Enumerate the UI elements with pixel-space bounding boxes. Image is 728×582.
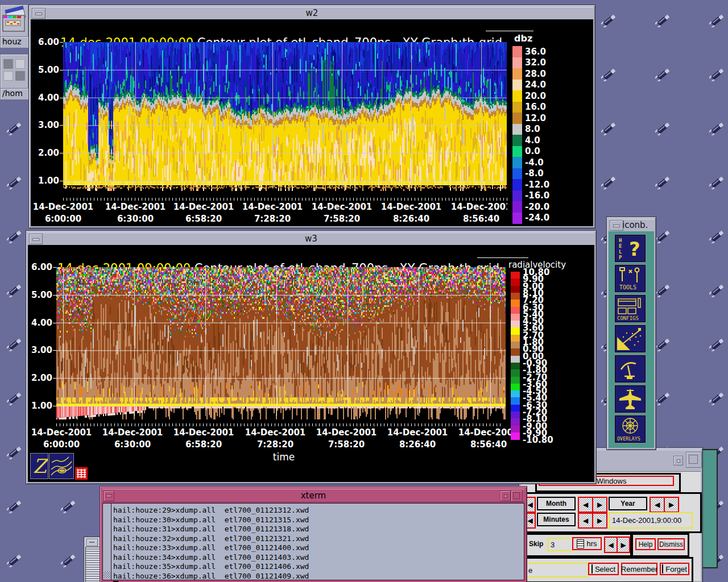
- colorbar-swatch: [511, 356, 520, 363]
- y-axis-label: 4.00: [34, 93, 59, 103]
- menu-list-icon: [577, 539, 584, 548]
- configs-tool-button[interactable]: CONFIGS: [615, 295, 646, 322]
- x-axis-time-label: 7:58:20: [316, 214, 367, 224]
- background-window-edge[interactable]: [702, 449, 718, 568]
- grid-glyph: [75, 467, 88, 480]
- window-grid-icon: [1, 55, 28, 90]
- radar-scope-icon: OVERLAYS: [615, 416, 645, 442]
- w3-legend-line: [477, 257, 528, 258]
- x-axis-labels: 14-Dec-20016:00:0014-Dec-20016:30:0014-D…: [31, 202, 507, 226]
- colorbar-swatch: [512, 190, 522, 202]
- screw-pattern-icon: [601, 120, 618, 135]
- x-axis-time-label: 7:28:20: [247, 214, 298, 224]
- iconbar-window[interactable]: iconb. ? HELP TOOLS: [606, 217, 656, 450]
- x-axis-date-label: 14-Dec-2001: [171, 427, 236, 438]
- dash-icon: [89, 542, 94, 543]
- skip-forward-button[interactable]: ▶: [617, 537, 630, 553]
- w3-contour-plot[interactable]: [56, 267, 506, 419]
- minutes-forward-button[interactable]: ▶: [592, 513, 607, 529]
- xterm-menu-button[interactable]: [500, 490, 511, 501]
- zoom-z-icon[interactable]: Z: [30, 453, 48, 479]
- overlays-tool-button[interactable]: OVERLAYS: [615, 415, 646, 443]
- iconbar-body: ? HELP TOOLS CONFIGS: [609, 231, 654, 448]
- colorbar-swatch: [512, 201, 522, 213]
- xterm-body[interactable]: hail:houze:29>xdump.all etl700_01121312.…: [102, 503, 524, 580]
- forget-button[interactable]: Forget: [660, 563, 689, 575]
- contour-tool-icon[interactable]: [49, 453, 74, 479]
- y-axis-label: 2.00: [28, 373, 52, 383]
- dismiss-button[interactable]: Dismiss: [657, 538, 685, 550]
- month-forward-button[interactable]: ▶: [592, 497, 607, 513]
- antenna-tool-button[interactable]: [615, 355, 646, 383]
- screw-pattern-icon: [7, 336, 24, 351]
- window-w3[interactable]: w3 14-dec-2001,09:00:00 Contour plot of …: [26, 230, 597, 484]
- x-tick-row: [56, 423, 502, 426]
- w3-titlebar[interactable]: w3: [28, 232, 594, 246]
- x-axis-time-label: 6:30:00: [107, 439, 158, 450]
- w2-titlebar[interactable]: w2: [31, 7, 593, 20]
- screw-pattern-icon: [655, 390, 672, 405]
- screw-pattern-icon: [61, 498, 78, 513]
- select-group: e Select Remember Forget: [522, 557, 693, 582]
- beam-tool-button[interactable]: [615, 325, 646, 352]
- dialog-menu-button[interactable]: [673, 456, 683, 465]
- skip-units-button[interactable]: hrs: [572, 537, 602, 550]
- iconbar-titlebar[interactable]: iconb.: [609, 219, 654, 232]
- xterm-titlebar[interactable]: xterm: [102, 489, 524, 502]
- help-button[interactable]: Help: [635, 538, 656, 550]
- xterm-scrollbar[interactable]: [103, 504, 111, 580]
- colorbar-label: -4.0: [525, 157, 557, 168]
- dot-icon: [677, 459, 680, 463]
- help-letter: E: [619, 243, 622, 249]
- iconbar-minimize-button[interactable]: [610, 220, 623, 231]
- skip-value-field[interactable]: 3: [547, 538, 573, 551]
- w2-contour-plot[interactable]: [63, 42, 507, 191]
- x-axis-time-label: 6:00:00: [38, 214, 89, 224]
- y-tick: [53, 406, 56, 406]
- grid-tool-icon[interactable]: [75, 467, 88, 480]
- y-tick: [60, 181, 63, 181]
- remember-button[interactable]: Remember: [621, 563, 657, 575]
- window-w2[interactable]: w2 14-dec-2001,09:00:00 Contour plot of …: [28, 5, 595, 228]
- screw-pattern-icon: [655, 174, 672, 189]
- colorbar-swatch: [511, 348, 520, 356]
- help-icon: ? HELP: [615, 235, 645, 261]
- datetime-field[interactable]: 14-Dec-2001,9:00:00: [609, 512, 693, 529]
- tools-tool-button[interactable]: TOOLS: [615, 265, 646, 292]
- desktop-icon-label[interactable]: houz: [0, 36, 30, 48]
- folder-cabinet-icon: [1, 5, 28, 38]
- colorbar-swatch: [511, 327, 520, 335]
- x-axis-date-label: 14-Dec-2001: [171, 202, 236, 212]
- screw-pattern-icon: [655, 13, 672, 27]
- minutes-back-button[interactable]: ◀: [578, 513, 593, 529]
- dialog-maximize-button[interactable]: [686, 452, 702, 468]
- month-back-button[interactable]: ◀: [578, 497, 593, 513]
- svg-text:?: ?: [629, 238, 640, 260]
- screw-pattern-icon: [709, 120, 726, 135]
- x-axis-time-label: 6:00:00: [36, 439, 87, 450]
- colorbar-label: 8.0: [525, 124, 557, 134]
- file-field[interactable]: e: [525, 563, 589, 577]
- minutes-button[interactable]: Minutes: [537, 513, 576, 526]
- xterm-maximize-button[interactable]: [511, 490, 523, 502]
- screw-pattern-icon: [7, 552, 24, 567]
- skip-back-button[interactable]: ◀: [604, 537, 618, 553]
- y-tick: [53, 267, 56, 268]
- y-tick: [60, 98, 63, 98]
- select-button[interactable]: Select: [588, 563, 619, 575]
- xterm-text[interactable]: hail:houze:29>xdump.all etl700_01121312.…: [113, 506, 523, 582]
- tools-icon: TOOLS: [615, 265, 645, 292]
- xterm-window[interactable]: xterm hail:houze:29>xdump.all etl700_011…: [100, 486, 527, 582]
- help-letter: H: [619, 238, 622, 243]
- year-button[interactable]: Year: [609, 497, 647, 510]
- aircraft-tool-button[interactable]: [615, 385, 646, 413]
- year-forward-button[interactable]: ▶: [664, 497, 679, 513]
- colorbar-label: -16.0: [525, 190, 557, 201]
- x-tick-row: [63, 198, 509, 201]
- month-button[interactable]: Month: [537, 497, 576, 510]
- desktop-icon-label[interactable]: /hom: [0, 88, 30, 100]
- year-back-button[interactable]: ◀: [650, 497, 665, 513]
- help-tool-button[interactable]: ? HELP: [615, 235, 646, 262]
- shade-minimize-button[interactable]: [86, 539, 98, 546]
- xterm-scroll-anchor[interactable]: [104, 571, 111, 579]
